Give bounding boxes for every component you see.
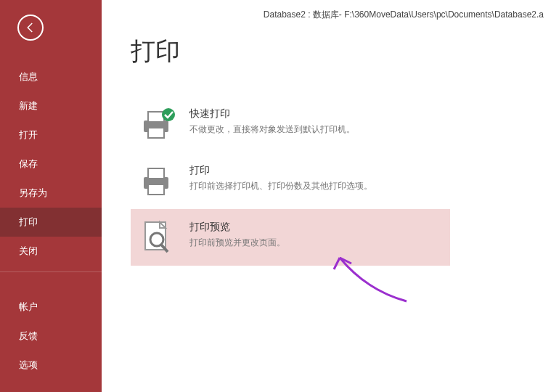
nav-list: 信息 新建 打开 保存 另存为 打印 关闭 (0, 62, 102, 266)
content: 打印 快速打印 不做更改，直接将对象发送到默认打印 (102, 0, 551, 266)
svg-rect-2 (148, 128, 164, 138)
option-preview-text: 打印预览 打印前预览并更改页面。 (189, 219, 285, 249)
print-options: 快速打印 不做更改，直接将对象发送到默认打印机。 打印 打印 (131, 96, 551, 266)
option-print-title: 打印 (189, 164, 372, 177)
nav-info[interactable]: 信息 (0, 62, 102, 91)
page-magnify-icon (138, 219, 178, 256)
nav-print[interactable]: 打印 (0, 208, 102, 237)
option-quick-text: 快速打印 不做更改，直接将对象发送到默认打印机。 (189, 106, 355, 136)
back-arrow-icon (24, 21, 37, 34)
main-area: Database2 : 数据库- F:\360MoveData\Users\pc… (102, 0, 551, 392)
option-preview-title: 打印预览 (189, 221, 285, 234)
svg-point-3 (162, 108, 175, 121)
app-root: 信息 新建 打开 保存 另存为 打印 关闭 帐户 反馈 选项 Database2… (0, 0, 551, 392)
option-print-preview[interactable]: 打印预览 打印前预览并更改页面。 (131, 209, 450, 266)
nav-open[interactable]: 打开 (0, 121, 102, 150)
nav-list-bottom: 帐户 反馈 选项 (0, 293, 102, 380)
option-preview-desc: 打印前预览并更改页面。 (189, 237, 285, 249)
option-quick-title: 快速打印 (189, 107, 355, 121)
option-print-text: 打印 打印前选择打印机、打印份数及其他打印选项。 (189, 163, 372, 192)
nav-options[interactable]: 选项 (0, 351, 102, 380)
option-print[interactable]: 打印 打印前选择打印机、打印份数及其他打印选项。 (131, 152, 450, 209)
nav-account[interactable]: 帐户 (0, 293, 102, 322)
window-title: Database2 : 数据库- F:\360MoveData\Users\pc… (264, 9, 544, 21)
nav-close[interactable]: 关闭 (0, 237, 102, 266)
option-print-desc: 打印前选择打印机、打印份数及其他打印选项。 (189, 180, 372, 192)
nav-new[interactable]: 新建 (0, 91, 102, 121)
option-quick-print[interactable]: 快速打印 不做更改，直接将对象发送到默认打印机。 (131, 96, 450, 152)
backstage-sidebar: 信息 新建 打开 保存 另存为 打印 关闭 帐户 反馈 选项 (0, 0, 102, 392)
page-title: 打印 (131, 35, 551, 68)
nav-save[interactable]: 保存 (0, 150, 102, 179)
svg-rect-1 (148, 112, 164, 122)
nav-feedback[interactable]: 反馈 (0, 322, 102, 351)
option-quick-desc: 不做更改，直接将对象发送到默认打印机。 (189, 123, 355, 136)
svg-rect-6 (148, 184, 164, 195)
printer-quick-icon (138, 106, 178, 142)
nav-separator (0, 271, 102, 272)
nav-saveas[interactable]: 另存为 (0, 179, 102, 208)
back-button[interactable] (17, 15, 44, 41)
svg-rect-5 (148, 168, 164, 179)
printer-icon (138, 163, 178, 199)
